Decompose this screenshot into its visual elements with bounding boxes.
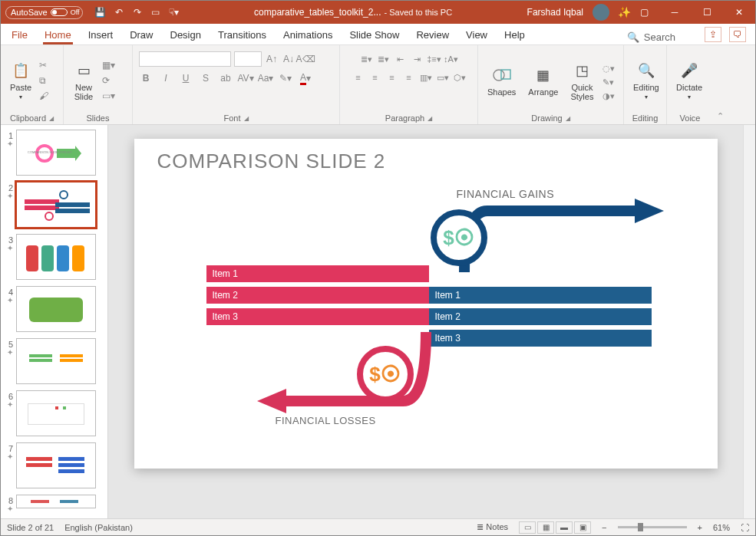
slideshow-view-icon[interactable]: ▣ — [574, 521, 591, 534]
char-spacing-icon[interactable]: AV▾ — [239, 71, 253, 85]
indent-left-icon[interactable]: ⇤ — [394, 53, 408, 65]
tab-file[interactable]: File — [10, 26, 29, 44]
tab-design[interactable]: Design — [169, 26, 203, 44]
coming-soon-icon[interactable]: ✨ — [619, 7, 629, 18]
zoom-in-button[interactable]: + — [698, 523, 702, 532]
thumbnail-4[interactable] — [16, 286, 96, 332]
loss-item-2[interactable]: Item 2 — [206, 287, 429, 304]
tab-transitions[interactable]: Transitions — [216, 26, 268, 44]
line-spacing-icon[interactable]: ‡≡▾ — [428, 53, 441, 65]
paste-button[interactable]: 📋 Paste ▾ — [7, 58, 35, 102]
highlight-icon[interactable]: ✎▾ — [279, 71, 292, 85]
strikethrough-button[interactable]: S — [199, 71, 213, 85]
reset-icon[interactable]: ⟳ — [102, 75, 115, 86]
autosave-toggle[interactable]: AutoSave Off — [5, 6, 83, 19]
italic-button[interactable]: I — [159, 71, 173, 85]
search-box[interactable]: 🔍 Search — [622, 30, 680, 44]
align-left-icon[interactable]: ≡ — [352, 71, 365, 84]
fit-to-window-icon[interactable]: ⛶ — [741, 523, 749, 532]
underline-button[interactable]: U — [179, 71, 193, 85]
loss-item-1[interactable]: Item 1 — [206, 265, 429, 282]
gain-item-1[interactable]: Item 1 — [429, 287, 652, 304]
indent-right-icon[interactable]: ⇥ — [411, 53, 424, 65]
text-direction-icon[interactable]: ↕A▾ — [444, 53, 458, 65]
losses-heading[interactable]: FINANCIAL LOSSES — [276, 415, 376, 426]
sorter-view-icon[interactable]: ▦ — [537, 521, 554, 534]
new-slide-button[interactable]: ▭ New Slide — [70, 58, 97, 103]
minimize-button[interactable]: ─ — [659, 1, 691, 24]
bullets-icon[interactable]: ≣▾ — [360, 53, 374, 65]
slide[interactable]: COMPARISON SLIDE 2 FINANCIAL GAINS $⦿ It… — [134, 139, 718, 469]
reading-view-icon[interactable]: ▬ — [556, 521, 573, 534]
shape-fill-icon[interactable]: ◌▾ — [602, 64, 615, 74]
thumbnail-5[interactable] — [16, 338, 96, 384]
font-size-select[interactable] — [234, 51, 262, 67]
thumbnail-7[interactable] — [16, 442, 96, 488]
touch-mode-icon[interactable]: ☟▾ — [169, 7, 180, 18]
align-text-icon[interactable]: ▭▾ — [436, 71, 450, 84]
redo-icon[interactable]: ↷ — [132, 7, 143, 18]
zoom-out-button[interactable]: − — [602, 523, 606, 532]
columns-icon[interactable]: ▥▾ — [419, 71, 433, 84]
comments-button[interactable]: 🗨 — [729, 27, 746, 42]
loss-item-3[interactable]: Item 3 — [206, 308, 429, 325]
align-center-icon[interactable]: ≡ — [368, 71, 382, 84]
maximize-button[interactable]: ☐ — [691, 1, 723, 24]
quick-styles-button[interactable]: ◳ Quick Styles — [567, 58, 596, 103]
align-right-icon[interactable]: ≡ — [385, 71, 399, 84]
tab-help[interactable]: Help — [503, 26, 527, 44]
thumbnail-8[interactable] — [16, 495, 96, 508]
tab-review[interactable]: Review — [414, 26, 451, 44]
language-status[interactable]: English (Pakistan) — [64, 523, 133, 532]
undo-icon[interactable]: ↶ — [114, 7, 124, 18]
font-color-icon[interactable]: A▾ — [299, 71, 312, 85]
thumbnail-pane[interactable]: 1✦ COMPARISON SLIDE TOOLKIT 2✦ 3✦ — [1, 125, 108, 518]
smartart-icon[interactable]: ⬡▾ — [453, 71, 467, 84]
tab-slideshow[interactable]: Slide Show — [348, 26, 401, 44]
notes-button[interactable]: ≣ Notes — [477, 522, 508, 532]
save-icon[interactable]: 💾 — [95, 7, 106, 18]
shape-outline-icon[interactable]: ✎▾ — [602, 77, 615, 87]
decrease-font-icon[interactable]: A↓ — [282, 52, 295, 66]
dictate-button[interactable]: 🎤 Dictate ▾ — [673, 58, 705, 102]
section-icon[interactable]: ▭▾ — [102, 90, 115, 101]
tab-home[interactable]: Home — [43, 26, 73, 44]
share-button[interactable]: ⇪ — [705, 27, 721, 42]
increase-font-icon[interactable]: A↑ — [265, 52, 279, 66]
arrange-button[interactable]: ▦ Arrange — [525, 63, 561, 98]
losses-circle-icon[interactable]: $⦿ — [357, 346, 414, 403]
tab-view[interactable]: View — [464, 26, 489, 44]
thumbnail-6[interactable] — [16, 390, 96, 436]
thumbnail-3[interactable] — [16, 234, 96, 280]
shadow-button[interactable]: ab — [219, 71, 233, 85]
justify-icon[interactable]: ≡ — [402, 71, 416, 84]
bold-button[interactable]: B — [139, 71, 153, 85]
slide-title[interactable]: COMPARISON SLIDE 2 — [157, 150, 386, 173]
start-from-beginning-icon[interactable]: ▭ — [150, 7, 161, 18]
layout-icon[interactable]: ▦▾ — [102, 60, 115, 71]
normal-view-icon[interactable]: ▭ — [519, 521, 536, 534]
editing-button[interactable]: 🔍 Editing ▾ — [630, 58, 662, 102]
collapse-ribbon-icon[interactable]: ⌃ — [713, 45, 727, 124]
copy-icon[interactable]: ⧉ — [39, 75, 48, 86]
tab-draw[interactable]: Draw — [128, 26, 154, 44]
gains-circle-icon[interactable]: $⦿ — [431, 209, 487, 266]
cut-icon[interactable]: ✂ — [39, 60, 48, 71]
ribbon-display-icon[interactable]: ▢ — [639, 7, 649, 18]
tab-insert[interactable]: Insert — [87, 26, 115, 44]
user-name[interactable]: Farshad Iqbal — [527, 7, 583, 18]
thumbnail-1[interactable]: COMPARISON SLIDE TOOLKIT — [16, 130, 96, 176]
slide-canvas-area[interactable]: COMPARISON SLIDE 2 FINANCIAL GAINS $⦿ It… — [108, 125, 743, 518]
format-painter-icon[interactable]: 🖌 — [39, 90, 48, 101]
slide-counter[interactable]: Slide 2 of 21 — [7, 523, 54, 532]
close-button[interactable]: ✕ — [723, 1, 755, 24]
thumbnail-2[interactable] — [16, 182, 96, 228]
shape-effects-icon[interactable]: ◑▾ — [602, 91, 615, 101]
clear-format-icon[interactable]: A⌫ — [299, 52, 312, 66]
gain-item-2[interactable]: Item 2 — [429, 308, 652, 325]
user-avatar-icon[interactable] — [593, 4, 609, 21]
zoom-slider[interactable] — [618, 526, 687, 528]
change-case-icon[interactable]: Aa▾ — [259, 71, 272, 85]
tab-animations[interactable]: Animations — [282, 26, 334, 44]
font-family-select[interactable] — [139, 51, 231, 67]
